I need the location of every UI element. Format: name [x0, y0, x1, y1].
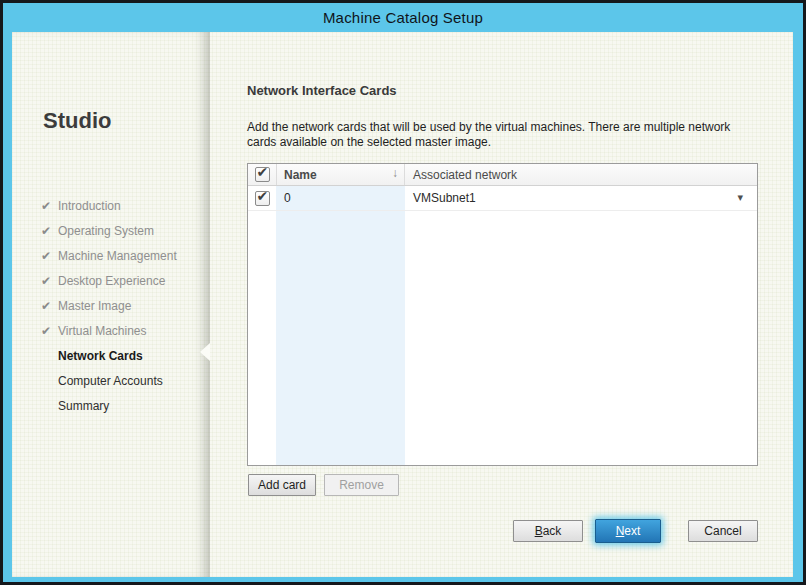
check-icon: ✔	[41, 299, 58, 313]
select-all-checkbox[interactable]: ✔	[255, 167, 270, 182]
check-icon: ✔	[41, 274, 58, 288]
machine-catalog-setup-window: Machine Catalog Setup Studio ✔ Introduct…	[0, 0, 806, 585]
table-row: ✔ 0 VMSubnet1 ▾	[248, 186, 757, 211]
sidebar-step-desktop-experience: ✔ Desktop Experience	[41, 268, 177, 293]
step-label: Operating System	[58, 224, 154, 238]
name-column-highlight	[276, 186, 405, 465]
sidebar-step-introduction: ✔ Introduction	[41, 193, 177, 218]
step-label: Desktop Experience	[58, 274, 165, 288]
cancel-button[interactable]: Cancel	[688, 520, 758, 542]
remove-button[interactable]: Remove	[324, 474, 399, 496]
check-icon: ✔	[41, 324, 58, 338]
sidebar-step-master-image: ✔ Master Image	[41, 293, 177, 318]
row-checkbox[interactable]: ✔	[255, 191, 270, 206]
back-button[interactable]: Back	[513, 520, 583, 542]
step-label: Summary	[58, 399, 109, 413]
wizard-panel: Studio ✔ Introduction ✔ Operating System…	[12, 32, 793, 577]
column-header-name[interactable]: Name ↓	[276, 164, 405, 185]
sidebar-step-computer-accounts: ✔ Computer Accounts	[41, 368, 177, 393]
network-dropdown-value: VMSubnet1	[413, 191, 476, 205]
check-icon: ✔	[41, 224, 58, 238]
step-label: Network Cards	[58, 349, 143, 363]
check-icon: ✔	[41, 199, 58, 213]
step-label: Introduction	[58, 199, 121, 213]
step-label: Master Image	[58, 299, 131, 313]
row-checkbox-cell: ✔	[248, 191, 276, 206]
page-title: Network Interface Cards	[247, 83, 397, 98]
page-description: Add the network cards that will be used …	[247, 120, 753, 150]
chevron-down-icon: ▾	[737, 191, 743, 204]
step-label: Computer Accounts	[58, 374, 163, 388]
wizard-steps: ✔ Introduction ✔ Operating System ✔ Mach…	[41, 193, 177, 418]
column-header-associated-network[interactable]: Associated network	[405, 168, 757, 182]
wizard-content: Network Interface Cards Add the network …	[210, 32, 793, 577]
step-label: Virtual Machines	[58, 324, 147, 338]
next-button[interactable]: Next	[595, 519, 661, 543]
titlebar: Machine Catalog Setup	[3, 3, 803, 32]
table-header: ✔ Name ↓ Associated network	[248, 164, 757, 186]
check-icon: ✔	[41, 249, 58, 263]
sidebar-step-machine-management: ✔ Machine Management	[41, 243, 177, 268]
studio-logo: Studio	[43, 108, 111, 134]
step-label: Machine Management	[58, 249, 177, 263]
sidebar-step-virtual-machines: ✔ Virtual Machines	[41, 318, 177, 343]
sidebar-step-network-cards: ✔ Network Cards	[41, 343, 177, 368]
window-title: Machine Catalog Setup	[323, 9, 483, 26]
wizard-sidebar: Studio ✔ Introduction ✔ Operating System…	[12, 32, 210, 577]
checkmark-icon: ✔	[257, 164, 269, 180]
nic-name-cell: 0	[276, 191, 405, 205]
select-all-cell: ✔	[248, 167, 276, 182]
nic-table: ✔ Name ↓ Associated network ✔	[247, 163, 758, 466]
sort-descending-icon: ↓	[392, 166, 398, 180]
window-frame: Machine Catalog Setup Studio ✔ Introduct…	[3, 3, 803, 582]
network-dropdown[interactable]: VMSubnet1 ▾	[405, 186, 757, 210]
sidebar-step-summary: ✔ Summary	[41, 393, 177, 418]
add-card-button[interactable]: Add card	[248, 474, 316, 496]
checkmark-icon: ✔	[257, 188, 269, 204]
current-step-pointer	[200, 343, 210, 361]
sidebar-step-operating-system: ✔ Operating System	[41, 218, 177, 243]
